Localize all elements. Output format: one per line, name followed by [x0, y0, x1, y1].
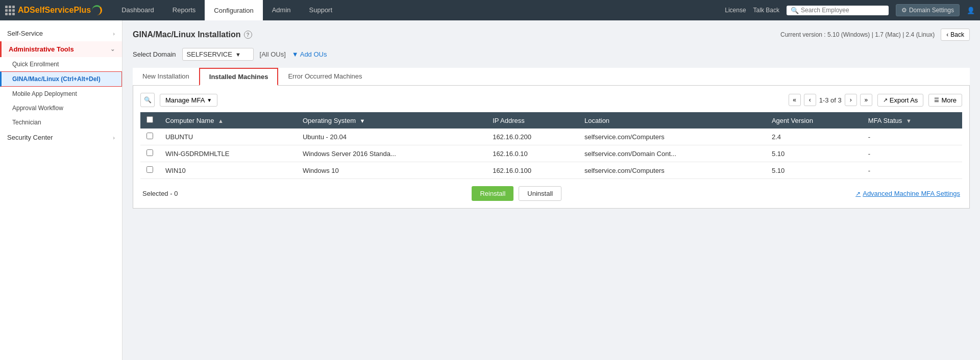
- tab-dashboard[interactable]: Dashboard: [112, 0, 163, 20]
- search-icon-2: 🔍: [144, 96, 152, 104]
- user-icon[interactable]: 👤: [967, 7, 975, 14]
- logo-grid-icon: [5, 6, 15, 15]
- more-icon: ☰: [934, 97, 939, 104]
- table-search-button[interactable]: 🔍: [140, 93, 155, 107]
- chevron-right-icon-2: ›: [113, 135, 115, 141]
- sidebar-item-technician[interactable]: Technician: [0, 115, 122, 130]
- chevron-right-icon: ›: [113, 31, 115, 37]
- computer-name-cell: WIN-G5DRDMHLTLE: [159, 145, 297, 162]
- top-nav: Dashboard Reports Configuration Admin Su…: [112, 0, 725, 20]
- sidebar-section-security-center[interactable]: Security Center ›: [0, 130, 122, 145]
- reinstall-button[interactable]: Reinstall: [472, 186, 513, 201]
- page-title: GINA/Mac/Linux Installation ?: [133, 30, 252, 39]
- content-area: GINA/Mac/Linux Installation ? Current ve…: [122, 20, 980, 360]
- tab-installed-machines[interactable]: Installed Machines: [199, 68, 279, 86]
- table-row: UBUNTU Ubuntu - 20.04 162.16.0.200 selfs…: [140, 128, 962, 145]
- export-as-button[interactable]: ↗ Export As: [877, 94, 924, 107]
- next-page-button[interactable]: ›: [845, 94, 857, 106]
- filter-icon: ▼: [292, 50, 299, 58]
- location-cell: selfservice.com/Computers: [578, 128, 766, 145]
- ip-cell: 162.16.0.10: [486, 145, 578, 162]
- license-link[interactable]: License: [725, 7, 746, 14]
- tab-content: 🔍 Manage MFA ▼ « ‹ 1-3 of 3 › »: [133, 86, 970, 209]
- back-button[interactable]: ‹ Back: [941, 29, 970, 41]
- tab-support[interactable]: Support: [300, 0, 342, 20]
- search-box: 🔍: [787, 6, 889, 15]
- first-page-button[interactable]: «: [789, 94, 801, 106]
- chevron-down-icon: ⌄: [110, 46, 115, 53]
- version-info: Current version : 5.10 (Windows) | 1.7 (…: [780, 31, 935, 38]
- location-header: Location: [578, 112, 766, 128]
- logo-text: ADSelfServicePlus: [18, 6, 91, 15]
- manage-mfa-button[interactable]: Manage MFA ▼: [160, 94, 217, 107]
- location-cell: selfservice.com/Domain Cont...: [578, 145, 766, 162]
- computer-name-cell: WIN10: [159, 162, 297, 179]
- domain-label: Select Domain: [133, 50, 176, 58]
- mfa-status-cell: -: [862, 145, 962, 162]
- domain-settings-button[interactable]: ⚙ Domain Settings: [896, 4, 960, 16]
- ip-header: IP Address: [486, 112, 578, 128]
- pagination-info: 1-3 of 3: [819, 96, 842, 104]
- agent-version-header: Agent Version: [766, 112, 862, 128]
- prev-page-button[interactable]: ‹: [804, 94, 816, 106]
- tab-admin[interactable]: Admin: [263, 0, 300, 20]
- export-icon: ↗: [883, 97, 888, 104]
- select-all-header: [140, 112, 159, 128]
- os-cell: Ubuntu - 20.04: [297, 128, 486, 145]
- table-row: WIN10 Windows 10 162.16.0.100 selfservic…: [140, 162, 962, 179]
- tab-configuration[interactable]: Configuration: [205, 0, 262, 20]
- computer-name-cell: UBUNTU: [159, 128, 297, 145]
- search-icon: 🔍: [791, 7, 799, 14]
- domain-row: Select Domain SELFSERVICE ▼ [All OUs] ▼ …: [133, 48, 970, 61]
- logo: ADSelfServicePlus: [5, 5, 102, 15]
- agent-version-cell: 5.10: [766, 145, 862, 162]
- logo-plus: Plus: [74, 6, 91, 14]
- selected-count: Selected - 0: [142, 190, 178, 197]
- sidebar-section-self-service[interactable]: Self-Service ›: [0, 25, 122, 41]
- select-all-checkbox[interactable]: [146, 116, 153, 123]
- sidebar-item-gina[interactable]: GINA/Mac/Linux (Ctrl+Alt+Del): [0, 71, 122, 87]
- tab-error-occurred[interactable]: Error Occurred Machines: [278, 68, 372, 86]
- location-cell: selfservice.com/Computers: [578, 162, 766, 179]
- help-icon[interactable]: ?: [244, 31, 252, 39]
- table-footer: Selected - 0 Reinstall Uninstall ↗ Advan…: [140, 186, 962, 201]
- advanced-mfa-settings-link[interactable]: ↗ Advanced Machine MFA Settings: [855, 190, 960, 197]
- os-header: Operating System ▼: [297, 112, 486, 128]
- sidebar-item-approval-workflow[interactable]: Approval Workflow: [0, 101, 122, 115]
- talkback-link[interactable]: Talk Back: [753, 7, 779, 14]
- top-bar-right: License Talk Back 🔍 ⚙ Domain Settings 👤: [725, 4, 975, 16]
- uninstall-button[interactable]: Uninstall: [519, 186, 561, 201]
- os-cell: Windows 10: [297, 162, 486, 179]
- pagination: « ‹ 1-3 of 3 › »: [789, 94, 872, 106]
- sidebar-section-admin-tools[interactable]: Administrative Tools ⌄: [0, 41, 122, 57]
- row-checkbox-0[interactable]: [146, 133, 153, 139]
- table-toolbar: 🔍 Manage MFA ▼ « ‹ 1-3 of 3 › »: [140, 93, 962, 107]
- row-checkbox-2[interactable]: [146, 166, 153, 173]
- add-ous-button[interactable]: ▼ Add OUs: [292, 50, 327, 58]
- sidebar: Self-Service › Administrative Tools ⌄ Qu…: [0, 20, 122, 360]
- last-page-button[interactable]: »: [860, 94, 872, 106]
- chevron-left-icon: ‹: [946, 31, 948, 38]
- table-row: WIN-G5DRDMHLTLE Windows Server 2016 Stan…: [140, 145, 962, 162]
- row-checkbox-1[interactable]: [146, 149, 153, 156]
- dropdown-icon: ▼: [235, 52, 249, 58]
- agent-version-cell: 5.10: [766, 162, 862, 179]
- tab-bar: New Installation Installed Machines Erro…: [133, 68, 970, 86]
- domain-select[interactable]: SELFSERVICE ▼: [182, 48, 254, 61]
- gear-icon: ⚙: [901, 7, 907, 14]
- main-layout: Self-Service › Administrative Tools ⌄ Qu…: [0, 20, 980, 360]
- external-link-icon: ↗: [855, 190, 861, 197]
- sidebar-item-quick-enrollment[interactable]: Quick Enrollment: [0, 57, 122, 71]
- tab-reports[interactable]: Reports: [163, 0, 205, 20]
- os-cell: Windows Server 2016 Standa...: [297, 145, 486, 162]
- more-button[interactable]: ☰ More: [928, 94, 962, 107]
- agent-version-cell: 2.4: [766, 128, 862, 145]
- mfa-status-cell: -: [862, 162, 962, 179]
- sort-asc-icon: ▲: [218, 118, 224, 124]
- sidebar-item-mobile-app[interactable]: Mobile App Deployment: [0, 87, 122, 101]
- ip-cell: 162.16.0.100: [486, 162, 578, 179]
- logo-arc-icon: [92, 5, 102, 15]
- search-input[interactable]: [801, 7, 885, 14]
- tab-new-installation[interactable]: New Installation: [133, 68, 199, 86]
- mfa-status-header: MFA Status ▼: [862, 112, 962, 128]
